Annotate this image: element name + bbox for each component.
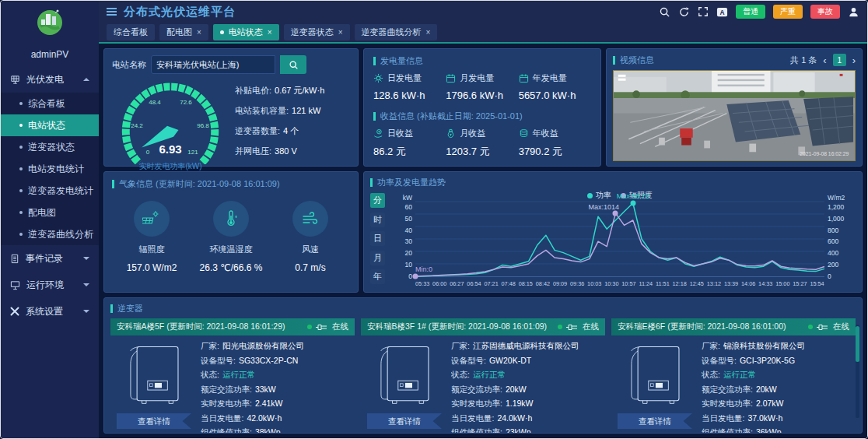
yearly-generation: 年发电量 5657.0 kW·h — [519, 72, 591, 101]
page-prev-icon[interactable]: ‹ — [823, 55, 826, 65]
tab-distribution[interactable]: 配电图× — [159, 24, 208, 40]
x-tick-label: 07:48 — [502, 280, 516, 287]
page-number[interactable]: 1 — [833, 54, 846, 66]
sidebar-group-settings[interactable]: 系统设置 — [1, 298, 99, 325]
sidebar-group-pv[interactable]: 光伏发电 — [1, 66, 99, 93]
x-tick-label: 15:54 — [810, 280, 824, 287]
monthly-income: 月收益 1203.7 元 — [446, 128, 518, 159]
search-icon — [289, 60, 299, 70]
rated-power-row: 额定交流功率:20kW — [451, 385, 604, 395]
sidebar-item-inverter-gen-stats[interactable]: 逆变器发电统计 — [1, 180, 99, 202]
view-details-button[interactable]: 查看详情 — [618, 413, 692, 429]
x-tick-label: 07:21 — [484, 280, 498, 287]
sun-icon — [373, 73, 383, 83]
globe-logo-icon — [34, 6, 65, 37]
inverters-section-title: 逆变器 — [110, 303, 856, 314]
close-icon[interactable]: × — [268, 28, 272, 37]
sidebar-item-dashboard[interactable]: 综合看板 — [1, 93, 99, 114]
sidebar-item-distribution-diagram[interactable]: 配电图 — [1, 202, 99, 223]
user-avatar-icon[interactable] — [848, 6, 859, 18]
fullscreen-icon[interactable] — [698, 6, 709, 17]
daily-generation: 日发电量 128.6 kW·h — [373, 72, 446, 101]
thermometer-icon — [222, 209, 240, 228]
model-row: 设备型号:GCI-3P20K-5G — [702, 356, 854, 367]
alarm-badge-normal[interactable]: 普通 — [736, 5, 765, 19]
tab-inverter-status[interactable]: 逆变器状态× — [284, 24, 350, 40]
sidebar-item-station-status[interactable]: 电站状态 — [1, 114, 99, 136]
tab-station-status[interactable]: 电站状态× — [213, 24, 279, 40]
realtime-power-row: 实时发电功率:1.19kW — [451, 399, 604, 409]
period-tab-year[interactable]: 年 — [370, 269, 385, 284]
app-logo[interactable] — [1, 1, 99, 43]
coins-stack-icon — [519, 128, 529, 139]
period-tab-month[interactable]: 月 — [370, 251, 385, 265]
x-tick-label: 05:33 — [415, 280, 429, 287]
x-tick-label: 06:27 — [450, 280, 464, 287]
search-icon[interactable] — [659, 6, 670, 18]
chevron-down-icon — [83, 283, 89, 286]
sidebar-group-environment[interactable]: 运行环境 — [1, 272, 99, 298]
sidebar-group-label: 光伏发电 — [26, 73, 64, 86]
close-icon[interactable]: × — [338, 28, 343, 37]
realtime-power-row: 实时发电功率:2.41kW — [201, 399, 353, 409]
sidebar-item-inverter-status[interactable]: 逆变器状态 — [1, 136, 99, 158]
sidebar-group-label: 运行环境 — [26, 279, 64, 292]
y-tick-label: 200 — [828, 262, 838, 269]
irradiance-max-annotation: Max:1014 — [589, 203, 620, 211]
y-tick-label: 30 — [405, 238, 412, 245]
close-icon[interactable]: × — [197, 28, 201, 37]
sidebar-group-label: 系统设置 — [26, 305, 63, 318]
refresh-icon[interactable] — [678, 6, 690, 18]
right-axis-unit: W/m2 — [824, 190, 856, 202]
station-search-button[interactable] — [280, 55, 306, 74]
weather-section-title: 气象信息 (更新时间: 2021-09-08 16:01:09) — [112, 178, 350, 190]
stat-inverter-count: 逆变器数量:4 个 — [235, 125, 350, 137]
y-tick-label: 10 — [405, 262, 412, 269]
content: 电站名称 — [99, 44, 867, 438]
peak-power-row: 组件峰值功率:23kWp — [451, 427, 604, 434]
trend-plot: Max:58.72Max:1014Min:0 — [415, 202, 824, 277]
legend-power[interactable]: 功率 — [587, 190, 611, 201]
view-details-button[interactable]: 查看详情 — [367, 413, 442, 429]
inverter-card-header: 安科瑞B楼3F 1# (更新时间: 2021-09-08 16:01:09) 在… — [361, 318, 605, 335]
sidebar-item-inverter-curve[interactable]: 逆变器曲线分析 — [1, 223, 99, 245]
chevron-up-icon — [83, 78, 89, 81]
video-section-title: 视频信息 — [613, 54, 654, 66]
gauge-tick: 96.8 — [197, 122, 209, 129]
tab-inverter-curve[interactable]: 逆变器曲线分析× — [355, 24, 438, 40]
x-tick-label: 12:18 — [673, 280, 687, 287]
power-gauge: 0 24.2 48.4 72.6 96.8 121 6.93 — [112, 77, 229, 164]
alarm-badge-accident[interactable]: 事故 — [810, 5, 840, 19]
y-tick-label: 50 — [405, 216, 412, 223]
station-search-input[interactable] — [151, 55, 275, 74]
app-frame: adminPV 光伏发电 综合看板 电站状态 逆变器状态 电站发电统计 逆变器发… — [0, 0, 868, 439]
inverter-card-header: 安科瑞A楼5F (更新时间: 2021-09-08 16:01:29) 在线 — [110, 318, 355, 335]
period-tab-day[interactable]: 日 — [370, 231, 385, 246]
y-tick-label: 60 — [405, 204, 412, 211]
x-tick-label: 15:00 — [775, 280, 789, 287]
camera-snapshot[interactable]: 2021-09-08 16:02:29 — [613, 70, 856, 161]
y-tick-label: 40 — [405, 227, 412, 234]
page-title: 分布式光伏运维平台 — [124, 5, 236, 19]
alarm-badge-severe[interactable]: 严重 — [773, 5, 803, 19]
sidebar-group-events[interactable]: 事件记录 — [1, 245, 99, 272]
x-tick-label: 06:00 — [432, 280, 446, 287]
period-tab-hour[interactable]: 时 — [370, 212, 385, 227]
period-tab-minute[interactable]: 分 — [370, 193, 385, 208]
sidebar-item-station-gen-stats[interactable]: 电站发电统计 — [1, 158, 99, 180]
page-next-icon[interactable]: › — [852, 55, 856, 65]
close-icon[interactable]: × — [426, 28, 431, 37]
menu-toggle-icon[interactable] — [107, 8, 117, 16]
tabbar: 综合看板 配电图× 电站状态× 逆变器状态× 逆变器曲线分析× — [99, 23, 867, 44]
view-details-button[interactable]: 查看详情 — [117, 413, 191, 429]
x-tick-label: 13:39 — [724, 280, 738, 287]
x-tick-label: 12:45 — [690, 280, 704, 287]
daily-income: 日收益 86.2 元 — [373, 128, 446, 159]
translate-icon[interactable]: A — [716, 6, 728, 18]
vendor-row: 厂家:阳光电源股份有限公司 — [201, 341, 353, 352]
y-tick-label: 0 — [828, 273, 831, 280]
rated-power-row: 额定交流功率:33kW — [201, 385, 353, 395]
scrollbar-thumb[interactable] — [856, 326, 859, 362]
tab-overview[interactable]: 综合看板 — [107, 24, 155, 40]
daily-gen-row: 当日发电量:24.0kW·h — [451, 413, 604, 424]
